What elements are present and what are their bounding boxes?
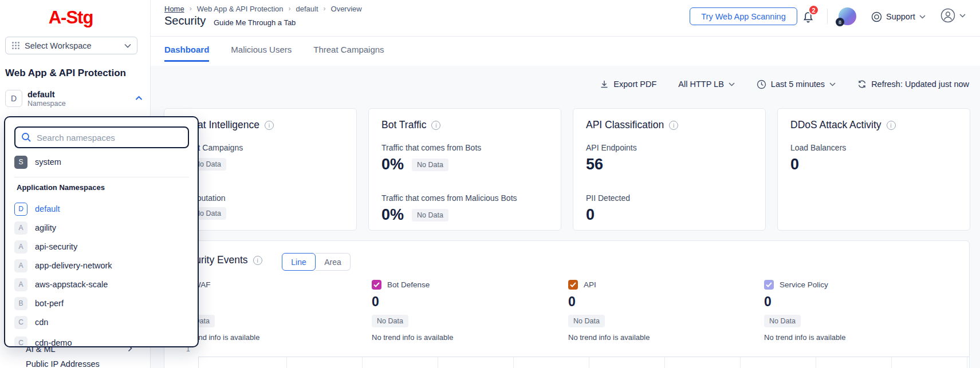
info-icon[interactable]: i [431,121,440,130]
namespace-option-label: app-delivery-network [35,261,112,270]
grid-icon [11,41,20,50]
sidebar-item-public-ip[interactable]: Public IP Addresses [26,359,100,368]
namespace-letter-badge: C [14,316,27,329]
tab-bar: Dashboard Malicious Users Threat Campaig… [164,45,384,62]
namespace-option-api-security[interactable]: A api-security [14,239,186,255]
namespace-option-label: bot-perf [35,299,64,308]
tab-threat-campaigns[interactable]: Threat Campaigns [313,45,384,62]
card-ddos-attack-activity: DDoS Attack Activity i Load Balancers 0 [777,108,970,231]
chevron-up-icon [135,96,143,101]
tab-dashboard[interactable]: Dashboard [164,45,209,62]
breadcrumb: Home › Web App & API Protection › defaul… [164,3,362,14]
namespace-option-label: agility [35,223,56,232]
time-range-dropdown[interactable]: Last 5 minutes [757,80,836,89]
support-label: Support [886,12,915,21]
namespace-selector[interactable]: D default Namespace [5,90,143,114]
namespace-letter-badge: A [14,278,27,291]
workspace-selector[interactable]: Select Workspace [5,37,137,54]
namespace-letter-badge: A [14,221,27,235]
legend-value: 0 [372,294,544,310]
user-icon [940,7,956,23]
metric-label: Traffic that comes from Malicious Bots [381,193,517,203]
namespace-option-label: default [35,204,60,213]
clock-icon [757,80,766,89]
namespace-letter-badge: C [14,337,27,348]
try-web-app-scanning-button[interactable]: Try Web App Scanning [690,7,797,25]
sidebar-item-label: Public IP Addresses [26,359,100,368]
namespace-search-input[interactable] [37,133,182,143]
card-title: API Classification [586,119,664,131]
export-pdf-label: Export PDF [613,80,656,89]
chevron-down-icon [729,82,735,86]
guide-me-link[interactable]: Guide Me Through a Tab [214,18,296,27]
legend-value: 0 [568,294,740,310]
info-icon[interactable]: i [669,121,678,130]
breadcrumb-separator: › [190,5,192,13]
namespace-option-app-delivery-network[interactable]: A app-delivery-network [14,258,186,274]
card-api-classification: API Classification i API Endpoints 56 PI… [573,108,766,231]
no-data-badge: No Data [568,315,605,327]
namespace-letter-badge: A [14,259,27,272]
namespace-option-label: aws-appstack-scale [35,280,108,289]
search-icon [21,132,32,143]
metric-value: 0% [381,206,404,224]
chevron-down-icon [829,82,836,86]
user-menu[interactable] [940,7,966,23]
breadcrumb-home-link[interactable]: Home [164,5,184,13]
legend-api: API 0 No Data No trend info is available [568,280,740,342]
export-pdf-button[interactable]: Export PDF [600,80,656,89]
namespace-option-cdn-demo[interactable]: C cdn-demo [14,335,186,347]
namespace-search[interactable] [14,126,189,148]
namespace-option-cdn[interactable]: C cdn [14,314,186,330]
metric-value: 0% [381,156,404,173]
namespace-option-system[interactable]: S system [14,154,186,170]
legend-waf: WAF 0 No Data No trend info is available [178,280,350,342]
notification-count-badge: 2 [808,5,819,15]
metric-value: 56 [586,156,603,173]
brand-logo: A-Stg [38,6,104,30]
lb-filter-label: All HTTP LB [678,80,724,89]
topbar-divider [827,9,828,24]
legend-checkbox[interactable] [372,280,381,290]
page-title: Security [164,14,206,27]
metric-value: 0 [790,156,799,173]
breadcrumb-separator: › [324,5,326,13]
dropdown-section-header: Application Namespaces [17,183,105,192]
namespace-letter-badge: D [14,203,27,216]
refresh-icon [857,80,867,89]
namespace-option-agility[interactable]: A agility [14,220,186,236]
namespace-option-label: cdn-demo [35,338,72,347]
info-icon[interactable]: i [887,121,896,130]
legend-checkbox[interactable] [764,280,774,290]
namespace-option-label: cdn [35,318,48,327]
namespace-option-default[interactable]: D default [14,201,186,217]
legend-service-policy: Service Policy 0 No Data No trend info i… [764,280,936,342]
lb-filter-dropdown[interactable]: All HTTP LB [678,80,735,89]
namespace-option-bot-perf[interactable]: B bot-perf [14,295,186,311]
tab-malicious-users[interactable]: Malicious Users [231,45,292,62]
breadcrumb-item: default [296,5,318,13]
breadcrumb-item: Overview [331,5,362,13]
refresh-button[interactable]: Refresh: Updated just now [857,80,969,89]
support-menu[interactable]: Support [871,9,926,24]
metric-label: Load Balancers [790,143,846,152]
namespace-type-label: Namespace [27,100,130,108]
dropdown-divider [14,177,189,177]
legend-checkbox[interactable] [568,280,578,290]
info-icon[interactable]: i [265,121,274,130]
legend-value: 0 [178,294,350,310]
metric-label: PII Detected [586,193,630,203]
chevron-down-icon [124,43,131,48]
no-data-badge: No Data [372,315,408,327]
namespace-letter-badge: B [14,297,27,310]
chart-grid [198,357,970,368]
dashboard-toolbar: Export PDF All HTTP LB Last 5 minutes Re… [515,76,969,92]
namespace-option-aws-appstack-scale[interactable]: A aws-appstack-scale [14,276,186,292]
breadcrumb-item: Web App & API Protection [197,5,284,13]
breadcrumb-separator: › [288,5,290,13]
info-icon[interactable]: i [253,256,262,265]
toggle-area[interactable]: Area [316,253,351,271]
legend-note: No trend info is available [568,333,740,342]
card-title: DDoS Attack Activity [790,119,881,131]
toggle-line[interactable]: Line [282,253,316,271]
